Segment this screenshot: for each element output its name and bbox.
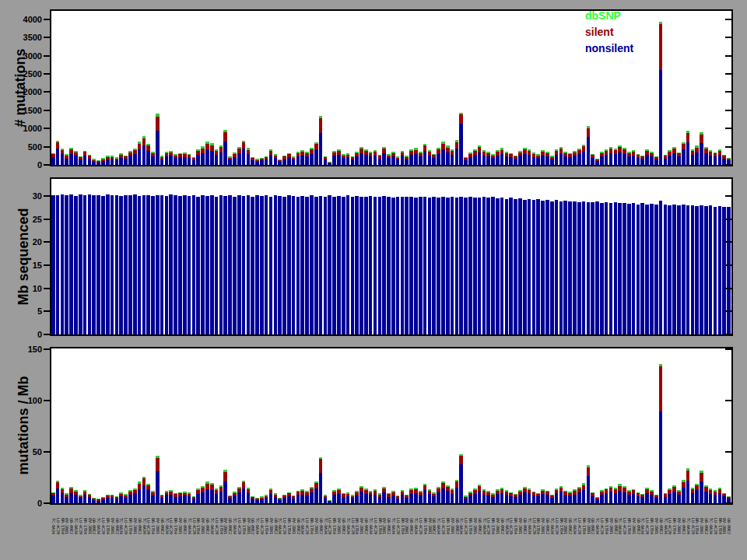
bar-segment-nonsilent-mb [496,494,500,503]
bar-segment-dbsnp [324,156,328,157]
bar-segment-dbsnp [387,154,391,156]
y-tick-label: 3500 [8,33,42,42]
bar-segment-silent-mb [265,496,268,499]
bar-segment-nonsilent-mb [328,502,331,503]
bar-segment-dbsnp-mb [156,456,160,458]
bar-segment-nonsilent-mb [210,490,214,503]
bar-segment-dbsnp-mb [459,454,463,456]
bar-segment-nonsilent [378,159,382,165]
bar-segment-silent [319,118,323,133]
bar-segment-silent [174,156,177,159]
bar-segment-silent [536,156,540,159]
bar-segment-silent-mb [491,495,495,497]
bar-segment-mb-sequenced [650,204,654,334]
bar-segment-silent-mb [364,490,368,494]
bar-segment-nonsilent [305,156,309,165]
bar-segment-nonsilent-mb [555,493,559,503]
bar-segment-silent-mb [160,495,164,498]
bar-segment-silent-mb [359,488,363,492]
bar-segment-dbsnp [156,114,160,116]
bar-segment-silent [88,156,92,158]
bar-segment-nonsilent-mb [645,493,649,503]
bar-segment-nonsilent-mb [292,499,296,503]
bar-segment-dbsnp [237,147,241,149]
bar-segment-silent [654,157,658,159]
bar-segment-silent [228,158,232,160]
y-tick-mark [44,110,50,111]
bar-segment-nonsilent [672,153,676,165]
bar-segment-silent-mb [640,495,644,497]
bar-segment-nonsilent [359,153,363,165]
bar-segment-silent [414,150,418,154]
bar-segment-dbsnp [482,150,486,152]
bar-segment-nonsilent [509,157,513,165]
bar-segment-nonsilent-mb [528,493,531,503]
bar-segment-dbsnp [378,155,382,156]
bar-segment-silent-mb [124,495,128,498]
bar-segment-mb-sequenced [654,205,658,334]
bar-segment-nonsilent [96,163,100,165]
bar-segment-nonsilent-mb [595,499,599,503]
bar-segment-silent [96,161,100,163]
bar-segment-silent-mb [704,487,708,492]
bar-segment-dbsnp [369,152,373,153]
bar-segment-nonsilent-mb [532,495,536,503]
bar-segment-mb-sequenced [156,195,160,334]
bar-segment-nonsilent-mb [632,494,636,503]
bar-segment-silent [722,156,726,158]
bar-segment-dbsnp [464,157,468,158]
bar-segment-mb-sequenced [228,195,232,334]
bar-segment-dbsnp-mb [165,491,169,492]
bar-segment-nonsilent-mb [491,497,495,503]
bar-segment-silent-mb [128,492,132,495]
bar-segment-nonsilent-mb [65,497,68,503]
bar-segment-nonsilent [156,131,160,165]
bar-segment-nonsilent-mb [151,495,155,503]
bar-segment-nonsilent-mb [637,496,640,503]
bar-segment-mb-sequenced [56,195,60,334]
bar-segment-mb-sequenced [468,197,472,334]
bar-segment-silent [645,151,649,155]
bar-segment-nonsilent [677,156,681,165]
bar-segment-silent [677,153,681,156]
bar-segment-silent-mb [691,489,695,493]
y-tick-mark [44,334,50,335]
bar-segment-dbsnp-mb [664,493,668,494]
bar-segment-nonsilent [387,158,391,165]
bar-segment-dbsnp-mb [451,488,454,490]
bar-segment-silent [51,154,55,156]
bar-segment-nonsilent [700,143,703,165]
bar-segment-dbsnp [518,151,522,152]
bar-segment-nonsilent [296,156,300,165]
bar-segment-nonsilent-mb [300,495,304,503]
bar-segment-dbsnp-mb [704,485,708,487]
bar-segment-mb-sequenced [659,201,663,334]
bar-segment-silent [83,152,87,155]
bar-segment-nonsilent-mb [146,490,150,503]
bar-segment-nonsilent-mb [364,494,368,503]
bar-segment-dbsnp-mb [324,495,328,495]
bar-segment-mb-sequenced [346,195,350,334]
bar-segment-silent-mb [686,471,690,480]
bar-segment-dbsnp [659,22,663,24]
bar-segment-silent [255,160,259,162]
legend-item-dbsnp: dbSNP [585,8,633,24]
bar-segment-dbsnp-mb [401,490,405,492]
y-tick-mark [725,502,731,504]
bar-segment-silent-mb [278,499,282,500]
bar-segment-nonsilent-mb [464,499,468,503]
bar-segment-dbsnp-mb [714,490,717,492]
bar-segment-nonsilent [79,159,82,165]
bar-segment-nonsilent-mb [106,498,110,503]
bar-segment-mb-sequenced [496,198,500,334]
bar-segment-silent [151,153,155,156]
bar-segment-mb-sequenced [219,195,223,334]
bar-segment-nonsilent-mb [419,495,423,503]
bar-segment-silent [247,150,251,154]
bar-segment-silent-mb [478,486,482,491]
bar-segment-nonsilent-mb [518,495,522,503]
bar-segment-dbsnp [550,156,554,156]
bar-segment-silent [714,153,717,156]
bar-segment-silent [573,152,577,156]
bar-segment-silent [278,160,282,162]
